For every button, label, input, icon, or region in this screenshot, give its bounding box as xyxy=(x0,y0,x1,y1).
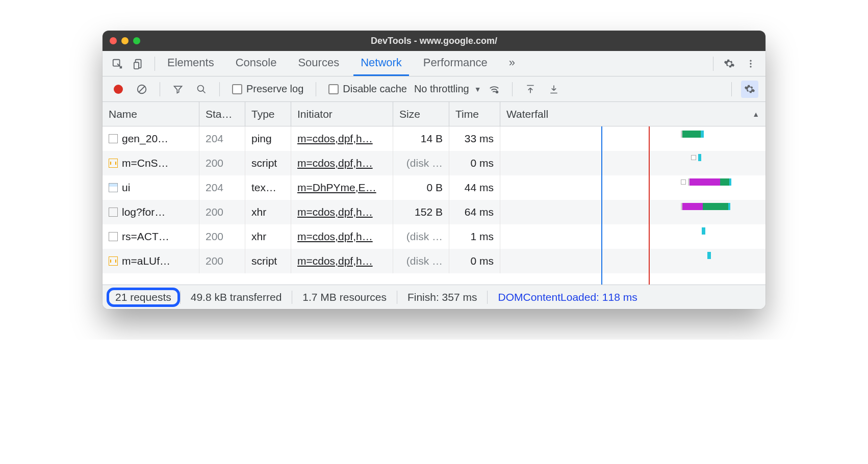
cell-time: 64 ms xyxy=(449,200,500,224)
table-header: Name Sta… Type Initiator Size Time Water… xyxy=(103,102,765,126)
cell-name: ui xyxy=(103,175,199,200)
cell-size: 14 B xyxy=(393,126,449,151)
cell-initiator[interactable]: m=cdos,dpf,h… xyxy=(291,151,393,175)
device-toggle-icon[interactable] xyxy=(130,55,147,72)
preserve-log-checkbox[interactable]: Preserve log xyxy=(232,83,303,95)
svg-point-4 xyxy=(750,63,751,64)
col-name[interactable]: Name xyxy=(103,102,199,126)
cell-name: rs=ACT… xyxy=(103,224,199,249)
col-initiator[interactable]: Initiator xyxy=(291,102,393,126)
maximize-window[interactable] xyxy=(133,37,140,44)
svg-point-8 xyxy=(495,90,498,93)
network-conditions-icon[interactable] xyxy=(486,81,503,98)
cell-status: 204 xyxy=(199,126,245,151)
tab-performance[interactable]: Performance xyxy=(416,51,495,76)
svg-point-7 xyxy=(198,85,204,91)
titlebar: DevTools - www.google.com/ xyxy=(103,31,765,51)
cell-status: 200 xyxy=(199,249,245,273)
throttling-select[interactable]: No throttling ▼ xyxy=(414,83,481,95)
window-controls xyxy=(110,37,140,44)
import-har-icon[interactable] xyxy=(522,81,539,98)
cell-time: 1 ms xyxy=(449,224,500,249)
export-har-icon[interactable] xyxy=(545,81,563,98)
col-waterfall[interactable]: Waterfall ▲ xyxy=(500,102,765,126)
throttling-value: No throttling xyxy=(414,83,469,95)
cell-size: (disk … xyxy=(393,224,449,249)
tab-elements[interactable]: Elements xyxy=(160,51,221,76)
cell-size: (disk … xyxy=(393,249,449,273)
search-icon[interactable] xyxy=(193,81,210,98)
settings-icon[interactable] xyxy=(721,55,738,72)
cell-name: m=aLUf… xyxy=(103,249,199,273)
finish-time: Finish: 357 ms xyxy=(397,291,488,303)
cell-size: 0 B xyxy=(393,175,449,200)
tab-sources[interactable]: Sources xyxy=(291,51,346,76)
file-type-icon xyxy=(109,159,118,168)
cell-type: script xyxy=(245,249,291,273)
cell-name: log?for… xyxy=(103,200,199,224)
separator xyxy=(160,82,160,96)
separator xyxy=(155,57,155,71)
cell-initiator[interactable]: m=DhPYme,E… xyxy=(291,175,393,200)
tab-network[interactable]: Network xyxy=(353,51,409,76)
tab-console[interactable]: Console xyxy=(228,51,284,76)
chevron-down-icon: ▼ xyxy=(474,85,481,93)
file-type-icon xyxy=(109,134,118,143)
cell-time: 0 ms xyxy=(449,151,500,175)
cell-initiator[interactable]: m=cdos,dpf,h… xyxy=(291,224,393,249)
preserve-log-label: Preserve log xyxy=(246,83,303,95)
clear-icon[interactable] xyxy=(133,81,150,98)
col-type[interactable]: Type xyxy=(245,102,291,126)
file-type-icon xyxy=(109,208,118,217)
cell-type: ping xyxy=(245,126,291,151)
devtools-window: DevTools - www.google.com/ Elements Cons… xyxy=(103,31,765,309)
table-body: gen_20…204pingm=cdos,dpf,h…14 B33 msm=Cn… xyxy=(103,126,765,285)
cell-initiator[interactable]: m=cdos,dpf,h… xyxy=(291,249,393,273)
tab-more[interactable]: » xyxy=(502,51,522,76)
cell-initiator[interactable]: m=cdos,dpf,h… xyxy=(291,200,393,224)
file-type-icon xyxy=(109,256,118,266)
network-settings-icon[interactable] xyxy=(741,81,758,98)
record-button[interactable] xyxy=(110,81,127,98)
cell-time: 33 ms xyxy=(449,126,500,151)
col-time[interactable]: Time xyxy=(449,102,500,126)
cell-name: m=CnS… xyxy=(103,151,199,175)
kebab-menu-icon[interactable] xyxy=(742,55,759,72)
cell-status: 200 xyxy=(199,224,245,249)
cell-type: xhr xyxy=(245,224,291,249)
table-row[interactable]: m=CnS…200scriptm=cdos,dpf,h…(disk …0 ms xyxy=(103,151,765,175)
main-tabbar: Elements Console Sources Network Perform… xyxy=(103,51,765,76)
request-table: Name Sta… Type Initiator Size Time Water… xyxy=(103,102,765,285)
file-type-icon xyxy=(109,183,118,192)
table-row[interactable]: gen_20…204pingm=cdos,dpf,h…14 B33 ms xyxy=(103,126,765,151)
cell-status: 200 xyxy=(199,200,245,224)
cell-waterfall xyxy=(500,200,765,224)
col-size[interactable]: Size xyxy=(393,102,449,126)
cell-waterfall xyxy=(500,151,765,175)
minimize-window[interactable] xyxy=(121,37,129,44)
cell-type: xhr xyxy=(245,200,291,224)
table-row[interactable]: log?for…200xhrm=cdos,dpf,h…152 B64 ms xyxy=(103,200,765,224)
table-row[interactable]: m=aLUf…200scriptm=cdos,dpf,h…(disk …0 ms xyxy=(103,249,765,273)
col-status[interactable]: Sta… xyxy=(199,102,245,126)
svg-rect-2 xyxy=(134,62,139,69)
disable-cache-checkbox[interactable]: Disable cache xyxy=(328,83,407,95)
separator xyxy=(731,82,732,96)
table-row[interactable]: ui204tex…m=DhPYme,E…0 B44 ms xyxy=(103,175,765,200)
resources-size: 1.7 MB resources xyxy=(292,291,397,303)
statusbar: 21 requests 49.8 kB transferred 1.7 MB r… xyxy=(103,285,765,309)
table-row[interactable]: rs=ACT…200xhrm=cdos,dpf,h…(disk …1 ms xyxy=(103,224,765,249)
cell-time: 44 ms xyxy=(449,175,500,200)
separator xyxy=(512,82,513,96)
filter-icon[interactable] xyxy=(169,81,187,98)
cell-waterfall xyxy=(500,224,765,249)
close-window[interactable] xyxy=(110,37,117,44)
cell-initiator[interactable]: m=cdos,dpf,h… xyxy=(291,126,393,151)
cell-type: tex… xyxy=(245,175,291,200)
separator xyxy=(316,82,316,96)
cell-waterfall xyxy=(500,175,765,200)
panel-tabs: Elements Console Sources Network Perform… xyxy=(160,51,522,76)
inspect-icon[interactable] xyxy=(109,55,126,72)
requests-count: 21 requests xyxy=(115,291,171,303)
window-title: DevTools - www.google.com/ xyxy=(103,36,765,46)
